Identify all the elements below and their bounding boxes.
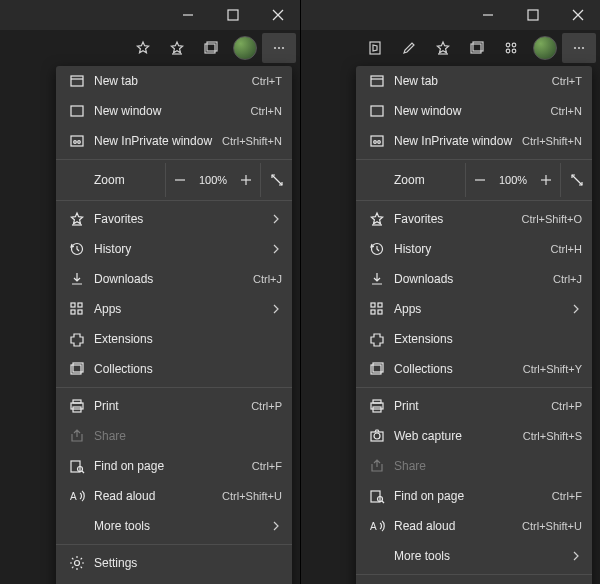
minimize-button[interactable] xyxy=(465,0,510,30)
menu-new-inprivate[interactable]: New InPrivate window Ctrl+Shift+N xyxy=(356,126,592,156)
share-icon xyxy=(366,458,388,474)
zoom-out-button[interactable] xyxy=(466,163,494,197)
download-icon xyxy=(66,271,88,287)
maximize-button[interactable] xyxy=(210,0,255,30)
menu-new-tab[interactable]: New tab Ctrl+T xyxy=(56,66,292,96)
web-capture-icon xyxy=(366,428,388,444)
highlighter-icon[interactable] xyxy=(392,33,426,63)
menu-apps[interactable]: Apps xyxy=(56,294,292,324)
favorites-icon[interactable] xyxy=(160,33,194,63)
menu-find[interactable]: Find on page Ctrl+F xyxy=(356,481,592,511)
settings-menu-left: New tab Ctrl+T New window Ctrl+N New InP… xyxy=(56,66,292,584)
apps-icon xyxy=(366,301,388,317)
menu-help[interactable]: Help and feedback xyxy=(56,578,292,584)
office-icon[interactable] xyxy=(358,33,392,63)
minimize-button[interactable] xyxy=(165,0,210,30)
menu-more-tools[interactable]: More tools xyxy=(56,511,292,541)
menu-print[interactable]: Print Ctrl+P xyxy=(56,391,292,421)
menu-new-inprivate[interactable]: New InPrivate window Ctrl+Shift+N xyxy=(56,126,292,156)
settings-menu-right: New tab Ctrl+T New window Ctrl+N New InP… xyxy=(356,66,592,584)
menu-print[interactable]: Print Ctrl+P xyxy=(356,391,592,421)
extensions-icon xyxy=(366,331,388,347)
chevron-right-icon xyxy=(268,211,282,227)
zoom-in-button[interactable] xyxy=(532,163,560,197)
more-button[interactable] xyxy=(562,33,596,63)
separator xyxy=(56,159,292,160)
new-window-icon xyxy=(66,103,88,119)
menu-settings[interactable]: Settings xyxy=(356,578,592,584)
favorites-icon[interactable] xyxy=(426,33,460,63)
profile-avatar[interactable] xyxy=(528,33,562,63)
menu-collections[interactable]: Collections Ctrl+Shift+Y xyxy=(356,354,592,384)
apps-icon xyxy=(66,301,88,317)
favorite-this-page-icon[interactable] xyxy=(126,33,160,63)
avatar-icon xyxy=(233,36,257,60)
titlebar-right xyxy=(301,0,600,30)
read-aloud-icon xyxy=(66,488,88,504)
menu-more-tools[interactable]: More tools xyxy=(356,541,592,571)
menu-history[interactable]: History Ctrl+H xyxy=(356,234,592,264)
zoom-in-button[interactable] xyxy=(232,163,260,197)
menu-settings[interactable]: Settings xyxy=(56,548,292,578)
menu-zoom: Zoom 100% xyxy=(56,163,292,197)
menu-label: New tab xyxy=(88,74,252,88)
share-icon xyxy=(66,428,88,444)
collections-icon[interactable] xyxy=(460,33,494,63)
titlebar-left xyxy=(0,0,300,30)
menu-new-window[interactable]: New window Ctrl+N xyxy=(356,96,592,126)
download-icon xyxy=(366,271,388,287)
menu-apps[interactable]: Apps xyxy=(356,294,592,324)
inprivate-icon xyxy=(366,133,388,149)
gear-icon xyxy=(66,555,88,571)
more-button[interactable] xyxy=(262,33,296,63)
fullscreen-button[interactable] xyxy=(260,163,292,197)
menu-new-tab[interactable]: New tab Ctrl+T xyxy=(356,66,592,96)
zoom-value: 100% xyxy=(494,174,532,186)
menu-downloads[interactable]: Downloads Ctrl+J xyxy=(356,264,592,294)
menu-read-aloud[interactable]: Read aloud Ctrl+Shift+U xyxy=(56,481,292,511)
new-window-icon xyxy=(366,103,388,119)
new-tab-icon xyxy=(66,73,88,89)
menu-find[interactable]: Find on page Ctrl+F xyxy=(56,451,292,481)
extensions-icon xyxy=(66,331,88,347)
favorites-star-icon xyxy=(366,211,388,227)
history-icon xyxy=(366,241,388,257)
find-icon xyxy=(366,488,388,504)
window-right: New tab Ctrl+T New window Ctrl+N New InP… xyxy=(300,0,600,584)
new-tab-icon xyxy=(366,73,388,89)
find-icon xyxy=(66,458,88,474)
toolbar-right xyxy=(301,30,600,66)
profile-avatar[interactable] xyxy=(228,33,262,63)
fullscreen-button[interactable] xyxy=(560,163,592,197)
menu-collections[interactable]: Collections xyxy=(56,354,292,384)
close-button[interactable] xyxy=(255,0,300,30)
menu-share: Share xyxy=(356,451,592,481)
collections-menu-icon xyxy=(366,361,388,377)
toolbar-left xyxy=(0,30,300,66)
menu-zoom: Zoom 100% xyxy=(356,163,592,197)
maximize-button[interactable] xyxy=(510,0,555,30)
history-icon xyxy=(66,241,88,257)
collections-menu-icon xyxy=(66,361,88,377)
read-aloud-icon xyxy=(366,518,388,534)
window-left: New tab Ctrl+T New window Ctrl+N New InP… xyxy=(0,0,300,584)
menu-web-capture[interactable]: Web capture Ctrl+Shift+S xyxy=(356,421,592,451)
extensions-toolbar-icon[interactable] xyxy=(494,33,528,63)
inprivate-icon xyxy=(66,133,88,149)
avatar-icon xyxy=(533,36,557,60)
favorites-star-icon xyxy=(66,211,88,227)
menu-new-window[interactable]: New window Ctrl+N xyxy=(56,96,292,126)
menu-downloads[interactable]: Downloads Ctrl+J xyxy=(56,264,292,294)
print-icon xyxy=(366,398,388,414)
collections-icon[interactable] xyxy=(194,33,228,63)
menu-favorites[interactable]: Favorites Ctrl+Shift+O xyxy=(356,204,592,234)
menu-favorites[interactable]: Favorites xyxy=(56,204,292,234)
menu-history[interactable]: History xyxy=(56,234,292,264)
menu-shortcut: Ctrl+T xyxy=(252,75,282,87)
menu-read-aloud[interactable]: Read aloud Ctrl+Shift+U xyxy=(356,511,592,541)
menu-extensions[interactable]: Extensions xyxy=(356,324,592,354)
zoom-label: Zoom xyxy=(56,173,165,187)
close-button[interactable] xyxy=(555,0,600,30)
menu-extensions[interactable]: Extensions xyxy=(56,324,292,354)
zoom-out-button[interactable] xyxy=(166,163,194,197)
